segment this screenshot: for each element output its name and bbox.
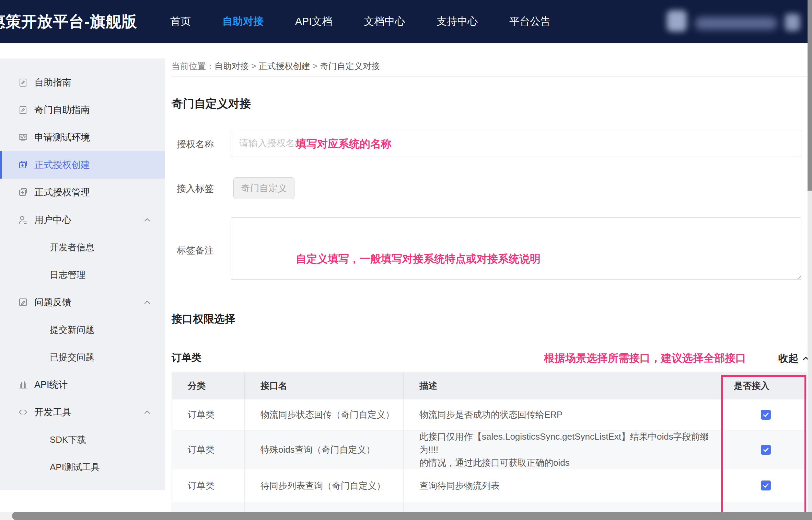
chevron-up-icon[interactable] (143, 298, 152, 307)
table-header-row: 分类接口名描述是否接入 (172, 372, 807, 399)
sidebar-item-sub-9[interactable]: 提交新问题 (0, 316, 165, 343)
checkbox-checked[interactable] (761, 481, 771, 490)
sidebar-item-label: 提交新问题 (50, 324, 94, 336)
cell-category: 订单类 (172, 502, 245, 513)
breadcrumb-prefix: 当前位置： (172, 61, 214, 71)
sidebar-item-label: 开发者信息 (50, 241, 94, 253)
permissions-annotation: 根据场景选择所需接口，建议选择全部接口 (544, 351, 746, 365)
table-row: 订单类物流同步状态回传（奇门自定义）物流同步是否成功的状态回传给ERP (172, 399, 807, 430)
checkmark-icon (762, 411, 769, 418)
breadcrumb-item-0[interactable]: 自助对接 (214, 61, 249, 71)
cell-checkbox (722, 399, 807, 430)
horizontal-scrollbar-thumb[interactable] (12, 512, 812, 520)
breadcrumb-item-1[interactable]: 正式授权创建 (259, 61, 310, 71)
sidebar-item-label: 日志管理 (50, 269, 85, 281)
auth-name-annotation: 填写对应系统的名称 (296, 137, 392, 151)
cell-checkbox (722, 469, 807, 502)
logo-text: 策开放平台-旗舰版 (5, 13, 137, 30)
breadcrumb-divider (172, 76, 807, 77)
user-name-blurred[interactable] (695, 17, 777, 30)
tag-note-textarea[interactable] (231, 217, 801, 280)
access-tag-chip[interactable]: 奇门自定义 (233, 177, 294, 199)
sidebar-item-0[interactable]: 自助指南 (0, 69, 165, 96)
table-row: 订单类特殊oids查询（奇门自定义）此接口仅用作【sales.Logistics… (172, 430, 807, 469)
cell-api-name: 特殊oids查询（奇门自定义） (245, 430, 404, 469)
auth-name-label: 授权名称 (177, 138, 214, 150)
nav-item-3[interactable]: 文档中心 (364, 14, 405, 29)
platform-logo: 惠策开放平台-旗舰版 (0, 0, 151, 43)
access-tag-label: 接入标签 (177, 182, 214, 195)
table-header-cell: 是否接入 (722, 372, 807, 399)
permissions-heading: 接口权限选择 (172, 312, 235, 326)
breadcrumb-item-2[interactable]: 奇门自定义对接 (320, 61, 380, 71)
chevron-up-icon[interactable] (143, 408, 152, 417)
feedback-icon (18, 297, 28, 307)
sidebar-item-1[interactable]: 奇门自助指南 (0, 96, 165, 124)
sidebar-item-4[interactable]: 正式授权管理 (0, 179, 165, 206)
checkbox-checked[interactable] (761, 445, 771, 455)
user-avatar[interactable] (667, 10, 687, 32)
nav-item-5[interactable]: 平台公告 (509, 14, 550, 29)
sidebar-item-label: 正式授权管理 (34, 186, 90, 199)
user-menu-icon[interactable] (785, 14, 800, 31)
nav-item-4[interactable]: 支持中心 (437, 14, 478, 29)
cell-description: 物流同步是否成功的状态回传给ERP (404, 399, 722, 430)
vertical-scrollbar-thumb[interactable] (808, 0, 812, 191)
sidebar-item-label: 自助指南 (34, 76, 71, 89)
sidebar-item-sub-7[interactable]: 日志管理 (0, 261, 165, 289)
cell-category: 订单类 (172, 399, 245, 430)
monitor-code-icon (18, 132, 28, 143)
sidebar-item-8[interactable]: 问题反馈 (0, 289, 165, 316)
cell-category: 订单类 (172, 430, 245, 469)
nav-item-2[interactable]: API文档 (295, 14, 332, 29)
chevron-up-icon[interactable] (143, 215, 152, 224)
sidebar-item-3[interactable]: 正式授权创建 (0, 151, 165, 179)
window-plus-icon (18, 160, 28, 170)
cell-api-name: 待同步列表查询（奇门自定义） (245, 469, 404, 502)
sidebar-item-label: 申请测试环境 (34, 131, 90, 144)
order-group-label: 订单类 (172, 351, 201, 365)
collapse-label: 收起 (778, 352, 798, 365)
cell-checkbox (722, 430, 807, 469)
sidebar-item-sub-6[interactable]: 开发者信息 (0, 234, 165, 261)
bar-chart-icon (18, 380, 28, 390)
sidebar-item-11[interactable]: API统计 (0, 371, 165, 398)
breadcrumb: 当前位置：自助对接 > 正式授权创建 > 奇门自定义对接 (172, 60, 380, 72)
doc-guide-icon (18, 77, 28, 88)
sidebar-item-label: API统计 (34, 378, 68, 391)
sidebar-item-sub-10[interactable]: 已提交问题 (0, 343, 165, 371)
table-row: 订单类待同步列表查询（奇门自定义）查询待同步物流列表 (172, 469, 807, 502)
cell-api-name: 物流同步状态回传（奇门自定义） (245, 399, 404, 430)
doc-guide-icon (18, 105, 28, 115)
tag-note-annotation: 自定义填写，一般填写对接系统特点或对接系统说明 (296, 252, 541, 266)
checkmark-icon (762, 482, 769, 489)
sidebar-item-sub-13[interactable]: SDK下载 (0, 426, 165, 453)
table-header-cell: 分类 (172, 372, 245, 399)
sidebar-item-label: API测试工具 (50, 461, 100, 473)
checkbox-checked[interactable] (761, 410, 771, 420)
code-icon (18, 407, 28, 417)
checkmark-icon (762, 446, 769, 453)
sidebar-nav: 自助指南奇门自助指南申请测试环境正式授权创建正式授权管理用户中心开发者信息日志管… (0, 58, 165, 490)
sidebar-item-label: 问题反馈 (34, 296, 71, 308)
page-title: 奇门自定义对接 (172, 96, 251, 112)
cell-checkbox (722, 502, 807, 513)
sidebar-item-2[interactable]: 申请测试环境 (0, 124, 165, 151)
sidebar-item-sub-14[interactable]: API测试工具 (0, 453, 165, 481)
collapse-button[interactable]: 收起 (778, 352, 811, 365)
window-sync-icon (18, 187, 28, 197)
sidebar-item-5[interactable]: 用户中心 (0, 206, 165, 234)
nav-item-1[interactable]: 自助对接 (222, 14, 264, 29)
sidebar-item-label: 奇门自助指南 (34, 104, 90, 116)
sidebar-item-label: 已提交问题 (50, 351, 94, 363)
nav-menu: 首页自助对接API文档文档中心支持中心平台公告 (170, 0, 550, 43)
tag-note-label: 标签备注 (177, 244, 214, 257)
cell-category: 订单类 (172, 469, 245, 502)
cell-description: 此接口仅用作【sales.LogisticsSync.getSyncListEx… (404, 430, 722, 469)
cell-description: ①推送销售订单给ERP ②更新已推送成功的销售订单 (404, 502, 722, 513)
table-header-cell: 接口名 (245, 372, 404, 399)
cell-api-name: 原始单推送（奇门自定义） (245, 502, 404, 513)
nav-item-0[interactable]: 首页 (170, 14, 191, 29)
sidebar-item-12[interactable]: 开发工具 (0, 398, 165, 426)
table-row: 订单类原始单推送（奇门自定义）①推送销售订单给ERP ②更新已推送成功的销售订单 (172, 502, 807, 513)
